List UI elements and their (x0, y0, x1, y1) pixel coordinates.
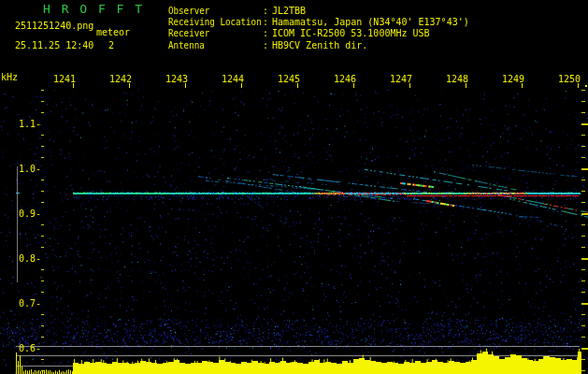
freq-tick-label: 1.1- (11, 119, 41, 129)
freq-tick-label: 0.7- (11, 298, 41, 309)
freq-tick-label: 0.9- (11, 209, 41, 219)
time-tick-label: 1248 (438, 74, 468, 84)
station-info-label: Observer (168, 6, 209, 16)
station-info-value: JL2TBB (272, 6, 306, 16)
station-info-colon: : (263, 28, 268, 38)
station-info-colon: : (263, 17, 268, 27)
station-info-value: Hamamatsu, Japan (N34°40' E137°43') (272, 17, 469, 27)
time-tick-label: 1249 (495, 74, 524, 84)
app-title: H R O F F T (43, 3, 144, 15)
spectrogram-canvas (0, 0, 588, 374)
time-tick-label: 1247 (382, 74, 412, 84)
time-tick-label: 1250 (551, 74, 581, 84)
freq-tick-label: 0.6- (11, 343, 41, 353)
freq-tick-label: 0.8- (11, 253, 41, 264)
time-tick-label: 1246 (326, 74, 356, 84)
time-tick-label: 1244 (214, 74, 244, 84)
station-info-label: Receiver (168, 28, 209, 38)
station-info-value: ICOM IC-R2500 53.1000MHz USB (272, 28, 430, 38)
capture-datetime: 25.11.25 12:40 (15, 41, 93, 50)
station-info-label: Antenna (168, 40, 205, 50)
time-tick-label: 1245 (270, 74, 300, 84)
freq-axis-unit-label: kHz (1, 73, 18, 82)
station-info-colon: : (263, 40, 268, 50)
time-tick-label: 1243 (158, 74, 188, 84)
capture-filename: 2511251240.png (15, 22, 93, 31)
freq-tick-label: 1.0- (11, 164, 41, 174)
time-tick-label: 1242 (102, 74, 132, 84)
hrofft-window: H R O F F T 2511251240.png meteor 25.11.… (0, 0, 588, 374)
time-tick-label: 1241 (46, 74, 76, 84)
station-info-colon: : (263, 6, 268, 16)
observation-mode-label: meteor (96, 28, 130, 37)
station-info-label: Receiving Location (168, 17, 262, 27)
station-info-value: HB9CV Zenith dir. (272, 40, 367, 50)
meteor-count: 2 (108, 41, 114, 50)
